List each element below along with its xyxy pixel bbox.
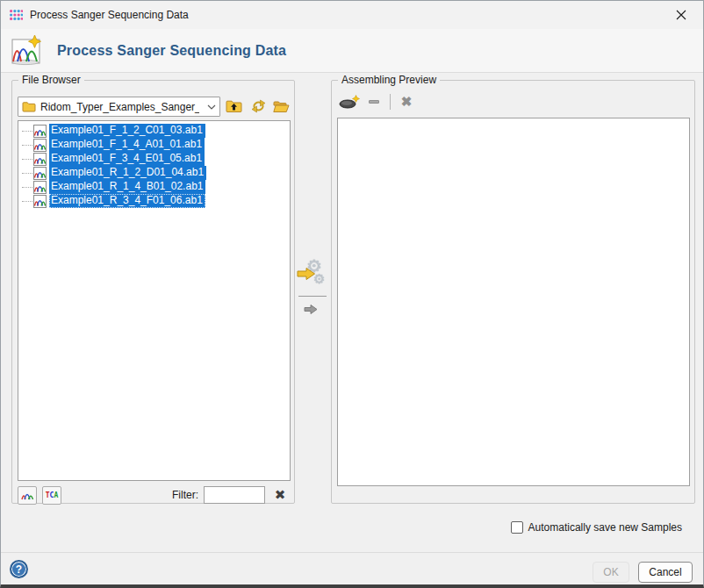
delete-assembly-button[interactable]: ✖: [394, 92, 419, 111]
file-list-item[interactable]: Example01_R_1_4_B01_02.ab1: [18, 180, 290, 194]
chromatogram-file-icon: [33, 153, 47, 166]
tree-connector: [22, 131, 32, 132]
cancel-button[interactable]: Cancel: [638, 562, 693, 583]
file-name: Example01_F_1_4_A01_01.ab1: [49, 138, 205, 152]
assembling-toolbar: ✖: [337, 91, 419, 112]
file-list-item[interactable]: Example01_R_3_4_F01_06.ab1: [18, 194, 290, 208]
assembling-preview-group-label: Assembling Preview: [338, 74, 440, 87]
footer-buttons: OK Cancel: [593, 562, 693, 583]
remove-button[interactable]: [362, 92, 386, 111]
clear-filter-icon[interactable]: ✖: [269, 486, 291, 505]
chromatogram-file-icon: [33, 167, 47, 180]
add-without-processing-button[interactable]: [304, 304, 321, 318]
open-folder-icon[interactable]: [270, 96, 291, 117]
options-row: Automatically save new Samples: [511, 520, 682, 535]
folder-icon: [22, 101, 36, 112]
yellow-arrow-icon: [297, 267, 316, 281]
process-sanger-dialog: Process Sanger Sequencing Data Process S…: [0, 0, 704, 588]
chromatogram-file-icon: [33, 195, 47, 208]
refresh-icon[interactable]: [248, 96, 269, 117]
tree-connector: [22, 159, 32, 160]
ok-button[interactable]: OK: [593, 562, 629, 583]
file-name: Example01_R_1_2_D01_04.ab1: [49, 166, 206, 180]
assembling-preview-group: Assembling Preview ✖: [331, 80, 695, 504]
file-list-item[interactable]: Example01_F_1_4_A01_01.ab1: [18, 138, 290, 152]
chromatogram-star-icon: [10, 34, 43, 68]
process-and-add-button[interactable]: ⚙ ⚙: [297, 258, 329, 291]
tree-connector: [22, 145, 32, 146]
sequence-view-toggle[interactable]: TCA: [42, 486, 61, 505]
auto-save-label: Automatically save new Samples: [528, 521, 682, 534]
tree-connector: [22, 187, 32, 188]
dialog-header: Process Sanger Sequencing Data: [1, 29, 703, 73]
sequence-letters-icon: TCA: [46, 491, 58, 499]
file-browser-footer: TCA Filter: ✖: [18, 485, 291, 505]
close-icon[interactable]: [668, 4, 694, 26]
toolbar-separator: [390, 94, 391, 110]
assembling-preview-canvas[interactable]: [337, 118, 690, 486]
trace-icon: [21, 489, 34, 501]
new-sample-button[interactable]: [337, 92, 362, 111]
page-title: Process Sanger Sequencing Data: [57, 43, 286, 59]
file-name: Example01_F_1_2_C01_03.ab1: [49, 124, 205, 138]
x-icon: ✖: [401, 94, 413, 110]
tree-connector: [22, 173, 32, 174]
file-name: Example01_R_3_4_F01_06.ab1: [49, 194, 205, 208]
parent-folder-icon[interactable]: [223, 96, 244, 117]
file-list-item[interactable]: Example01_F_1_2_C01_03.ab1: [18, 124, 290, 138]
folder-path-dropdown[interactable]: Ridom_Typer_Examples_Sanger_ITS/: [18, 97, 220, 117]
file-list-item[interactable]: Example01_R_1_2_D01_04.ab1: [18, 166, 290, 180]
file-name: Example01_F_3_4_E01_05.ab1: [49, 152, 205, 166]
chromatogram-file-icon: [33, 181, 47, 194]
chevron-down-icon: [204, 104, 216, 110]
chromatogram-file-icon: [33, 139, 47, 152]
auto-save-checkbox[interactable]: [511, 521, 523, 534]
file-browser-group-label: File Browser: [18, 74, 84, 87]
transfer-column: ⚙ ⚙: [296, 80, 330, 504]
window-title: Process Sanger Sequencing Data: [30, 9, 189, 21]
transfer-divider: [298, 296, 327, 297]
filter-input[interactable]: [204, 486, 265, 504]
chromatogram-file-icon: [33, 125, 47, 138]
trace-view-toggle[interactable]: [18, 486, 37, 505]
footer-separator: [1, 552, 703, 553]
minus-icon: [369, 100, 379, 104]
title-bar: Process Sanger Sequencing Data: [1, 1, 703, 29]
help-button[interactable]: ?: [10, 560, 28, 578]
file-list-item[interactable]: Example01_F_3_4_E01_05.ab1: [18, 152, 290, 166]
app-icon: [9, 8, 23, 22]
file-name: Example01_R_1_4_B01_02.ab1: [49, 180, 205, 194]
tree-connector: [22, 201, 32, 202]
file-browser-group: File Browser Ridom_Typer_Examples_Sanger…: [11, 80, 295, 504]
filter-label: Filter:: [172, 489, 198, 501]
question-mark-icon: ?: [16, 563, 22, 576]
file-list[interactable]: Example01_F_1_2_C01_03.ab1 Example01_F_1…: [18, 120, 291, 481]
folder-path-value: Ridom_Typer_Examples_Sanger_ITS/: [40, 101, 199, 113]
